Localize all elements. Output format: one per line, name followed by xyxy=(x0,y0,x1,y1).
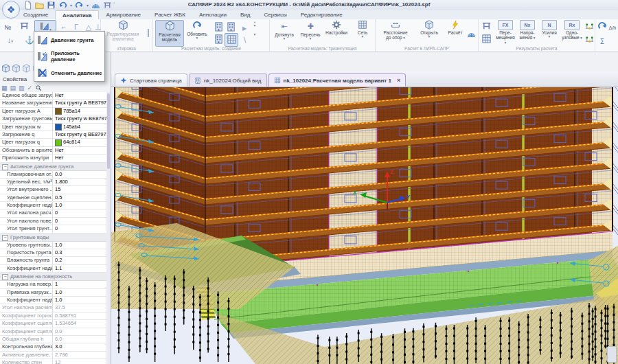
model-mesh-icon[interactable] xyxy=(225,33,238,47)
property-value[interactable]: 1.0 xyxy=(52,242,106,249)
property-value[interactable]: 1 xyxy=(52,281,106,288)
property-value[interactable]: Тиск грунту q BE879720 xyxy=(52,131,106,138)
svg-text:Y: Y xyxy=(407,194,411,200)
scheme-icon[interactable] xyxy=(480,20,492,32)
tab-analitika[interactable]: Аналитика xyxy=(55,10,99,19)
section-row[interactable]: −Грунтовые воды xyxy=(0,234,106,242)
property-value[interactable]: 2.796 xyxy=(52,352,106,359)
property-value[interactable]: Нет xyxy=(52,92,106,99)
menu-item-ground-pressure[interactable]: Давление грунта xyxy=(34,32,104,48)
section-row[interactable]: −Активное давление грунта xyxy=(0,163,106,171)
property-value[interactable]: 785a14 xyxy=(52,108,106,115)
line-option-caret-icon[interactable]: ▾ xyxy=(251,33,259,45)
property-value[interactable]: 1.534654 xyxy=(52,320,106,327)
property-value[interactable]: 0.2 xyxy=(52,257,106,264)
node-lamp-icon[interactable] xyxy=(583,20,595,32)
pick-cursor-icon[interactable]: ▶ xyxy=(238,21,251,33)
tab-vid[interactable]: Вид xyxy=(233,10,257,19)
section-bar-icon[interactable]: | xyxy=(144,23,153,41)
stresses-button[interactable]: Nx Напря- жения ▾ xyxy=(517,20,538,40)
tab-sozdanie[interactable]: Создание xyxy=(16,10,55,19)
model-frame-icon[interactable] xyxy=(225,21,237,33)
forces-button[interactable]: N Усилия▾ xyxy=(539,20,560,38)
property-value[interactable]: 145ab4 xyxy=(52,124,106,130)
search-icon[interactable] xyxy=(35,84,42,91)
categorized-icon[interactable]: ▦ xyxy=(1,84,8,92)
section-row[interactable]: −Давление на поверхность xyxy=(0,273,106,281)
cube-wire-icon[interactable] xyxy=(12,64,21,73)
support-distance-button[interactable]: Расстояние до опор ▾ xyxy=(378,20,413,40)
single-node-button[interactable]: Rx Одно- узловые ▾ xyxy=(561,20,583,40)
tab-annotacii[interactable]: Аннотации xyxy=(192,10,233,19)
model-3d-view[interactable]: ZXY xyxy=(111,87,618,364)
apply-check-icon[interactable]: ✓ xyxy=(27,84,33,92)
property-value[interactable]: 64c814 xyxy=(52,139,106,146)
property-value[interactable]: 1.1 xyxy=(52,265,106,272)
editable-analytics-button[interactable]: Редактируемая аналитика xyxy=(104,20,142,45)
property-value[interactable]: 0.3 xyxy=(52,249,106,256)
viewport-scroll-corner[interactable] xyxy=(607,346,617,363)
property-value[interactable]: 0 xyxy=(52,209,106,216)
property-value[interactable]: 1.0 xyxy=(52,202,106,209)
stretch-button[interactable]: ⇤Дотянуть▾ xyxy=(273,20,296,41)
doc-tab-general-view[interactable]: nk_102024:Общий вид xyxy=(189,73,267,87)
menu-item-apply-pressure[interactable]: Приложить давление xyxy=(34,48,104,65)
property-value[interactable]: 12 xyxy=(52,359,106,364)
property-value[interactable]: 37.5 xyxy=(52,304,106,311)
tab-raschet-zhbk[interactable]: Расчет ЖБК xyxy=(148,10,192,19)
property-value[interactable]: 15 xyxy=(52,186,106,193)
mesh-net-button[interactable]: Сеть▾ xyxy=(351,20,374,38)
doc-tab-start-page[interactable]: Стартовая страница xyxy=(115,73,187,87)
property-value[interactable]: Нет xyxy=(52,147,106,154)
app-logo-button[interactable]: ❖ xyxy=(2,1,20,19)
property-value[interactable]: 1.800 xyxy=(52,179,106,185)
tab-redaktirovanie[interactable]: Редактирование xyxy=(294,10,350,19)
property-value[interactable]: Тиск грунту w BE879720 xyxy=(52,115,106,122)
intersect-button[interactable]: ✚Пересечь▾ xyxy=(299,20,322,41)
property-value[interactable]: 0.0 xyxy=(52,171,106,178)
model-copy-icon[interactable] xyxy=(212,33,225,45)
column-number-icon[interactable]: № xyxy=(1,20,14,32)
dome-icon[interactable] xyxy=(466,29,476,41)
model-part-icon[interactable] xyxy=(212,21,225,33)
property-value[interactable]: 0.0 xyxy=(52,328,106,335)
document-tabs: Стартовая страница nk_102024:Общий вид n… xyxy=(111,71,618,87)
property-label: Коэффициент сцеплен... xyxy=(0,320,52,327)
property-value[interactable]: Тиск грунту A BE879720 xyxy=(52,100,106,106)
settings-button[interactable]: Настройки xyxy=(325,20,348,35)
update-model-button[interactable]: Обновить ▾ xyxy=(184,20,210,45)
delta-h-icon[interactable]: Δ/h xyxy=(607,20,618,32)
cube-faces-icon[interactable] xyxy=(22,64,31,73)
property-row: Угол внутреннего ...15 xyxy=(0,186,106,194)
open-results-button[interactable]: Открыть▾ xyxy=(417,20,442,38)
alphabetical-icon[interactable]: ▤ xyxy=(10,84,16,92)
cube-solid-icon[interactable] xyxy=(1,64,10,73)
tab-armirovanie[interactable]: Армирование xyxy=(99,10,148,19)
calc-model-button[interactable]: Расчетная модель xyxy=(155,20,184,47)
node-option-caret-icon[interactable]: •▾ xyxy=(251,21,259,33)
run-analysis-button[interactable]: Расчёт xyxy=(444,20,466,35)
node-lamp2-icon[interactable] xyxy=(583,33,595,45)
wall-load-icon[interactable] xyxy=(18,20,30,32)
displacements-button[interactable]: FX Пере- мещения ▾ xyxy=(495,20,516,45)
property-value[interactable]: 1.0 xyxy=(52,289,106,296)
pages-icon[interactable]: ▥ xyxy=(19,84,25,92)
property-value[interactable]: 0 xyxy=(52,218,106,225)
property-value[interactable]: 6.0 xyxy=(52,336,106,343)
close-tab-icon[interactable]: × xyxy=(397,78,400,84)
property-value[interactable]: 3.0 xyxy=(52,343,106,350)
draw-line-icon[interactable]: ∖ xyxy=(238,33,251,45)
load-down-icon[interactable]: ↓▾ xyxy=(1,33,19,45)
scrollbar-thumb[interactable] xyxy=(107,93,110,169)
sum-icon[interactable]: ∑ xyxy=(596,33,608,45)
doc-tab-calc-model[interactable]: nk_102024:Расчетная модель вариант 1 × xyxy=(268,73,407,87)
mosaic-settings-icon[interactable] xyxy=(480,33,492,45)
menu-item-cancel-pressure[interactable]: Отменить давление xyxy=(34,65,104,81)
property-value[interactable]: 0.588791 xyxy=(52,312,106,319)
property-value[interactable]: 1.0 xyxy=(52,297,106,304)
property-value[interactable]: Нет xyxy=(52,155,106,161)
property-value[interactable]: 0.5 xyxy=(52,194,106,201)
property-value[interactable]: 0 xyxy=(52,225,106,232)
properties-scrollbar[interactable] xyxy=(106,92,111,364)
tab-servisy[interactable]: Сервисы xyxy=(258,10,294,19)
